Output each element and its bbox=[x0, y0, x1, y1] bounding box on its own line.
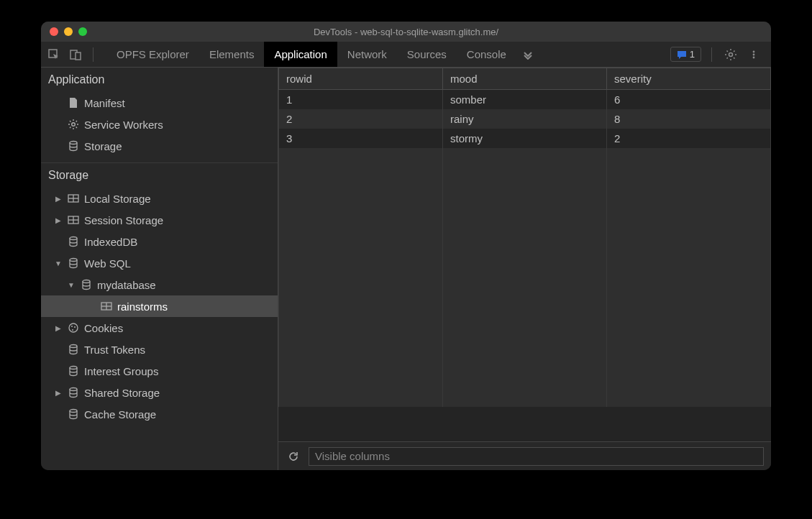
sidebar-item-cookies[interactable]: ▶Cookies bbox=[41, 317, 278, 339]
disclosure-triangle-icon[interactable]: ▼ bbox=[54, 259, 63, 267]
messages-count: 1 bbox=[690, 49, 695, 60]
section-header-storage: Storage bbox=[41, 163, 278, 188]
sidebar-item-web-sql[interactable]: ▼Web SQL bbox=[41, 252, 278, 274]
sidebar-item-label: Storage bbox=[84, 140, 122, 152]
disclosure-triangle-icon[interactable]: ▶ bbox=[54, 323, 63, 332]
sidebar-item-label: mydatabase bbox=[97, 279, 156, 291]
sidebar-item-service-workers[interactable]: ▶Service Workers bbox=[41, 114, 278, 135]
db-icon bbox=[67, 235, 80, 248]
window-title: DevTools - web-sql-to-sqlite-wasm.glitch… bbox=[314, 27, 498, 37]
panel-tabs: OPFS ExplorerElementsApplicationNetworkS… bbox=[106, 42, 516, 67]
sidebar-item-label: rainstorms bbox=[117, 300, 168, 313]
svg-point-3 bbox=[729, 52, 733, 56]
sidebar-item-manifest[interactable]: ▶Manifest bbox=[41, 92, 278, 114]
cookie-icon bbox=[67, 321, 80, 334]
toolbar-separator bbox=[711, 47, 712, 62]
svg-rect-2 bbox=[76, 52, 81, 60]
tab-opfs-explorer[interactable]: OPFS Explorer bbox=[106, 42, 199, 67]
application-sidebar: Application▶Manifest▶Service Workers▶Sto… bbox=[41, 68, 278, 470]
db-icon bbox=[67, 343, 80, 356]
sidebar-item-label: Interest Groups bbox=[84, 365, 158, 377]
traffic-lights bbox=[50, 27, 87, 36]
sidebar-item-label: Service Workers bbox=[84, 119, 163, 131]
column-header-mood[interactable]: mood bbox=[443, 68, 607, 90]
device-toggle-icon[interactable] bbox=[67, 46, 84, 63]
sidebar-item-storage[interactable]: ▶Storage bbox=[41, 135, 278, 157]
tab-sources[interactable]: Sources bbox=[397, 42, 457, 67]
svg-point-17 bbox=[83, 280, 90, 283]
sidebar-item-label: Trust Tokens bbox=[84, 344, 145, 356]
table-row[interactable]: 3stormy2 bbox=[279, 129, 771, 148]
sidebar-item-shared-storage[interactable]: ▶Shared Storage bbox=[41, 382, 278, 403]
disclosure-triangle-icon[interactable]: ▶ bbox=[54, 216, 63, 224]
table-icon bbox=[100, 300, 113, 313]
svg-point-26 bbox=[70, 367, 77, 369]
sidebar-item-session-storage[interactable]: ▶Session Storage bbox=[41, 209, 278, 231]
sidebar-item-cache-storage[interactable]: ▶Cache Storage bbox=[41, 403, 278, 425]
data-table: rowidmoodseverity 1somber62rainy83stormy… bbox=[278, 68, 771, 407]
table-cell: 2 bbox=[279, 109, 443, 129]
svg-point-4 bbox=[753, 50, 755, 52]
disclosure-triangle-icon[interactable]: ▶ bbox=[54, 388, 63, 397]
table-cell: rainy bbox=[443, 109, 607, 129]
main-panel: rowidmoodseverity 1somber62rainy83stormy… bbox=[278, 68, 771, 470]
db-icon bbox=[67, 364, 80, 377]
table-cell: 8 bbox=[607, 109, 771, 129]
table-icon bbox=[67, 192, 80, 205]
sidebar-item-interest-groups[interactable]: ▶Interest Groups bbox=[41, 360, 278, 382]
settings-icon[interactable] bbox=[722, 46, 739, 63]
close-window-button[interactable] bbox=[50, 27, 58, 36]
toolbar-separator bbox=[93, 47, 93, 62]
table-row[interactable]: 1somber6 bbox=[279, 90, 771, 110]
svg-point-28 bbox=[70, 410, 77, 413]
sidebar-item-trust-tokens[interactable]: ▶Trust Tokens bbox=[41, 339, 278, 360]
sidebar-item-label: Web SQL bbox=[84, 257, 131, 270]
inspect-element-icon[interactable] bbox=[45, 46, 63, 63]
titlebar: DevTools - web-sql-to-sqlite-wasm.glitch… bbox=[41, 22, 771, 42]
disclosure-triangle-icon[interactable]: ▼ bbox=[67, 280, 76, 289]
sidebar-item-label: Local Storage bbox=[84, 193, 151, 205]
sidebar-item-label: Cookies bbox=[84, 322, 123, 334]
refresh-button[interactable] bbox=[286, 449, 301, 464]
visible-columns-input[interactable] bbox=[309, 447, 764, 466]
table-row[interactable]: 2rainy8 bbox=[279, 109, 771, 129]
db-icon bbox=[80, 278, 93, 291]
tab-elements[interactable]: Elements bbox=[199, 42, 265, 67]
kebab-menu-icon[interactable] bbox=[745, 46, 762, 63]
sidebar-item-indexeddb[interactable]: ▶IndexedDB bbox=[41, 231, 278, 252]
table-cell: stormy bbox=[443, 129, 607, 148]
svg-point-5 bbox=[753, 53, 755, 55]
main-toolbar: OPFS ExplorerElementsApplicationNetworkS… bbox=[41, 42, 771, 68]
tab-network[interactable]: Network bbox=[337, 42, 397, 67]
sidebar-item-mydatabase[interactable]: ▼mydatabase bbox=[41, 274, 278, 295]
db-icon bbox=[67, 257, 80, 270]
tab-application[interactable]: Application bbox=[264, 42, 337, 67]
maximize-window-button[interactable] bbox=[78, 27, 87, 36]
tab-console[interactable]: Console bbox=[457, 42, 516, 67]
minimize-window-button[interactable] bbox=[64, 27, 73, 36]
svg-point-25 bbox=[70, 345, 77, 348]
svg-point-6 bbox=[753, 56, 755, 58]
table-cell: somber bbox=[443, 90, 607, 110]
svg-point-24 bbox=[72, 329, 73, 331]
file-icon bbox=[67, 96, 80, 109]
table-icon bbox=[67, 213, 80, 226]
sidebar-item-rainstorms[interactable]: ▶rainstorms bbox=[41, 295, 278, 317]
svg-point-23 bbox=[74, 326, 76, 328]
sidebar-item-local-storage[interactable]: ▶Local Storage bbox=[41, 188, 278, 209]
devtools-window: DevTools - web-sql-to-sqlite-wasm.glitch… bbox=[41, 22, 771, 470]
message-icon bbox=[677, 50, 687, 60]
table-footer bbox=[278, 441, 771, 470]
section-header-application: Application bbox=[41, 68, 278, 92]
column-header-rowid[interactable]: rowid bbox=[279, 68, 443, 90]
sidebar-item-label: Session Storage bbox=[84, 214, 163, 226]
table-cell: 6 bbox=[607, 90, 771, 110]
sidebar-item-label: Manifest bbox=[84, 97, 125, 109]
svg-point-22 bbox=[71, 326, 73, 327]
db-icon bbox=[67, 408, 80, 421]
disclosure-triangle-icon[interactable]: ▶ bbox=[54, 194, 63, 203]
messages-badge[interactable]: 1 bbox=[670, 47, 701, 62]
more-tabs-icon[interactable] bbox=[519, 46, 537, 63]
db-icon bbox=[67, 386, 80, 399]
column-header-severity[interactable]: severity bbox=[607, 68, 771, 90]
